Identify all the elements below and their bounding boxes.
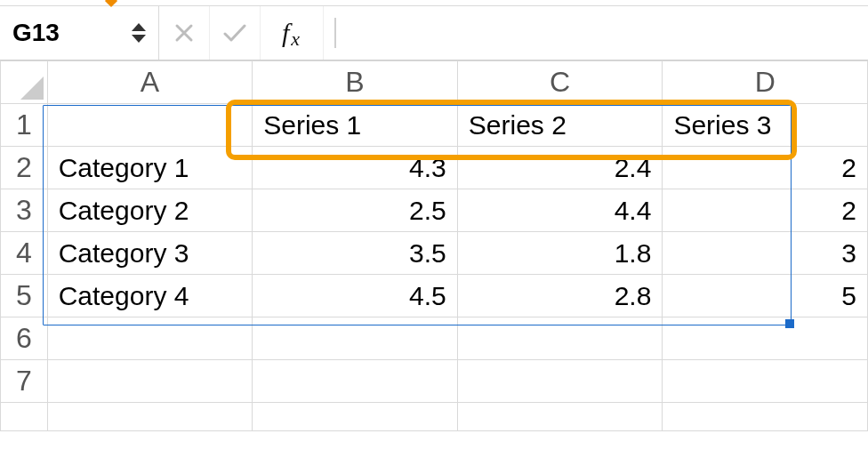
cell-b3[interactable]: 2.5 [253, 189, 458, 232]
cell-d8[interactable] [663, 403, 868, 431]
cell-a7[interactable] [47, 360, 253, 403]
column-header-b[interactable]: B [253, 61, 458, 104]
cell-a6[interactable] [47, 317, 253, 360]
row-header-8[interactable] [1, 403, 48, 431]
cell-d1[interactable]: Series 3 [663, 104, 868, 147]
cell-a3[interactable]: Category 2 [47, 189, 253, 232]
spreadsheet-grid[interactable]: A B C D 1 Series 1 Series 2 Series 3 2 C… [0, 60, 868, 431]
cell-c6[interactable] [457, 317, 663, 360]
insert-function-button[interactable]: fx [261, 6, 324, 60]
cell-c7[interactable] [457, 360, 663, 403]
row-header-6[interactable]: 6 [1, 317, 48, 360]
cell-d5[interactable]: 5 [663, 275, 868, 317]
cell-c3[interactable]: 4.4 [457, 189, 663, 232]
cell-b5[interactable]: 4.5 [253, 275, 458, 317]
row-header-3[interactable]: 3 [1, 189, 48, 232]
cell-d2[interactable]: 2 [663, 147, 868, 189]
column-header-d[interactable]: D [663, 61, 868, 104]
check-icon [222, 22, 247, 44]
fx-icon: fx [282, 18, 301, 48]
cancel-formula-button[interactable] [159, 6, 210, 60]
column-header-a[interactable]: A [47, 61, 253, 104]
cell-c8[interactable] [457, 403, 663, 431]
row-header-5[interactable]: 5 [1, 275, 48, 317]
cell-c4[interactable]: 1.8 [457, 232, 663, 275]
cell-a2[interactable]: Category 1 [47, 147, 253, 189]
cell-d3[interactable]: 2 [663, 189, 868, 232]
close-icon [173, 22, 195, 44]
column-header-c[interactable]: C [457, 61, 663, 104]
select-all-icon [20, 76, 44, 100]
cell-a8[interactable] [47, 403, 253, 431]
cell-b4[interactable]: 3.5 [253, 232, 458, 275]
ribbon-tab-strip [0, 0, 868, 5]
cell-a5[interactable]: Category 4 [47, 275, 253, 317]
chevron-up-icon [132, 23, 146, 31]
row-header-2[interactable]: 2 [1, 147, 48, 189]
cell-b8[interactable] [253, 403, 458, 431]
cell-a4[interactable]: Category 3 [47, 232, 253, 275]
caret-icon [334, 18, 336, 48]
name-box-dropdown[interactable] [132, 23, 146, 43]
row-header-4[interactable]: 4 [1, 232, 48, 275]
cell-b7[interactable] [253, 360, 458, 403]
cell-c5[interactable]: 2.8 [457, 275, 663, 317]
formula-bar-row: G13 fx [0, 5, 868, 60]
chevron-down-icon [132, 35, 146, 43]
cell-c1[interactable]: Series 2 [457, 104, 663, 147]
select-all-corner[interactable] [1, 61, 48, 104]
cell-d4[interactable]: 3 [663, 232, 868, 275]
name-box-value: G13 [12, 19, 60, 47]
cell-d6[interactable] [663, 317, 868, 360]
cell-a1[interactable] [47, 104, 253, 147]
cell-c2[interactable]: 2.4 [457, 147, 663, 189]
formula-input[interactable] [324, 6, 868, 60]
cell-d7[interactable] [663, 360, 868, 403]
row-header-7[interactable]: 7 [1, 360, 48, 403]
cell-b6[interactable] [253, 317, 458, 360]
row-header-1[interactable]: 1 [1, 104, 48, 147]
name-box[interactable]: G13 [0, 6, 159, 60]
cell-b1[interactable]: Series 1 [253, 104, 458, 147]
accept-formula-button[interactable] [210, 6, 261, 60]
cell-b2[interactable]: 4.3 [253, 147, 458, 189]
